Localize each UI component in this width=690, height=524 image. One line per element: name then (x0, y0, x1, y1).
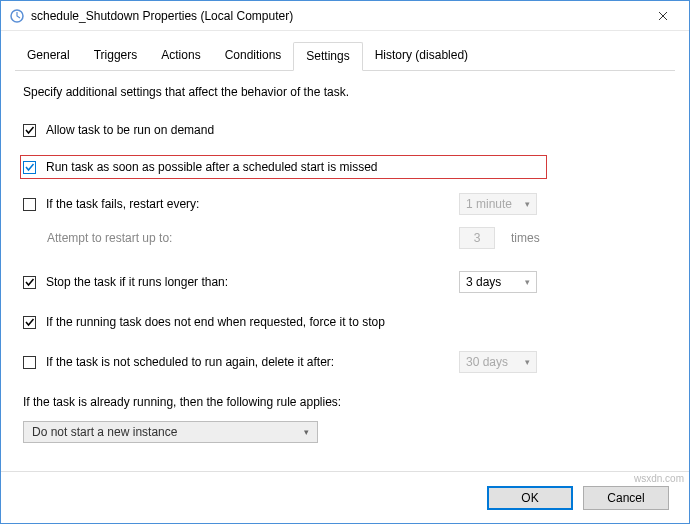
row-allow-on-demand: Allow task to be run on demand (23, 119, 667, 141)
properties-window: schedule_Shutdown Properties (Local Comp… (0, 0, 690, 524)
titlebar: schedule_Shutdown Properties (Local Comp… (1, 1, 689, 31)
combo-delete-after-value: 30 days (466, 355, 508, 369)
row-fail-restart: If the task fails, restart every: 1 minu… (23, 193, 667, 215)
tab-general[interactable]: General (15, 42, 82, 71)
checkbox-delete-after[interactable] (23, 356, 36, 369)
combo-delete-after[interactable]: 30 days ▾ (459, 351, 537, 373)
combo-restart-interval[interactable]: 1 minute ▾ (459, 193, 537, 215)
tab-actions[interactable]: Actions (149, 42, 212, 71)
spinner-attempt-count[interactable]: 3 (459, 227, 495, 249)
chevron-down-icon: ▾ (525, 199, 530, 209)
dialog-footer: OK Cancel (1, 471, 689, 523)
checkbox-run-asap[interactable] (23, 161, 36, 174)
cancel-button[interactable]: Cancel (583, 486, 669, 510)
checkbox-force-stop[interactable] (23, 316, 36, 329)
label-fail-restart: If the task fails, restart every: (46, 197, 459, 211)
label-run-asap: Run task as soon as possible after a sch… (46, 160, 544, 174)
chevron-down-icon: ▾ (525, 277, 530, 287)
combo-already-running-value: Do not start a new instance (32, 425, 177, 439)
close-button[interactable] (641, 2, 685, 30)
check-icon (24, 125, 35, 136)
close-icon (658, 11, 668, 21)
check-icon (24, 277, 35, 288)
clock-icon (9, 8, 25, 24)
combo-restart-interval-value: 1 minute (466, 197, 512, 211)
chevron-down-icon: ▾ (525, 357, 530, 367)
row-delete-after: If the task is not scheduled to run agai… (23, 351, 667, 373)
label-already-running: If the task is already running, then the… (23, 395, 667, 409)
label-allow-on-demand: Allow task to be run on demand (46, 123, 667, 137)
checkbox-allow-on-demand[interactable] (23, 124, 36, 137)
settings-description: Specify additional settings that affect … (23, 85, 667, 99)
checkbox-fail-restart[interactable] (23, 198, 36, 211)
combo-already-running-rule[interactable]: Do not start a new instance ▾ (23, 421, 318, 443)
ok-button[interactable]: OK (487, 486, 573, 510)
window-title: schedule_Shutdown Properties (Local Comp… (31, 9, 641, 23)
tab-settings[interactable]: Settings (293, 42, 362, 71)
row-force-stop: If the running task does not end when re… (23, 311, 667, 333)
chevron-down-icon: ▾ (304, 427, 309, 437)
tab-conditions[interactable]: Conditions (213, 42, 294, 71)
checkbox-stop-longer[interactable] (23, 276, 36, 289)
row-run-asap: Run task as soon as possible after a sch… (20, 155, 547, 179)
combo-stop-longer-value: 3 days (466, 275, 501, 289)
tab-triggers[interactable]: Triggers (82, 42, 150, 71)
row-attempt-count: Attempt to restart up to: 3 times (23, 227, 667, 249)
label-stop-longer: Stop the task if it runs longer than: (46, 275, 459, 289)
check-icon (24, 162, 35, 173)
spinner-attempt-value: 3 (474, 231, 481, 245)
check-icon (24, 317, 35, 328)
label-force-stop: If the running task does not end when re… (46, 315, 667, 329)
label-delete-after: If the task is not scheduled to run agai… (46, 355, 459, 369)
settings-panel: Specify additional settings that affect … (1, 71, 689, 471)
tab-history[interactable]: History (disabled) (363, 42, 480, 71)
combo-stop-longer[interactable]: 3 days ▾ (459, 271, 537, 293)
row-already-running-label: If the task is already running, then the… (23, 391, 667, 413)
row-stop-longer: Stop the task if it runs longer than: 3 … (23, 271, 667, 293)
tab-strip: General Triggers Actions Conditions Sett… (15, 41, 675, 71)
label-times: times (511, 231, 540, 245)
label-attempt: Attempt to restart up to: (47, 231, 459, 245)
